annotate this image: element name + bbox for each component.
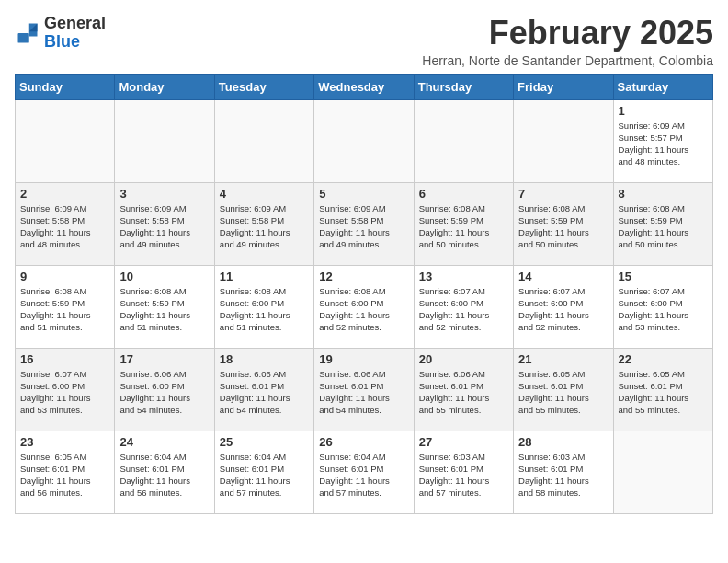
day-number: 27 bbox=[419, 435, 508, 449]
logo-general: General bbox=[44, 14, 106, 32]
day-info: Sunrise: 6:04 AM Sunset: 6:01 PM Dayligh… bbox=[220, 451, 309, 500]
day-number: 9 bbox=[20, 270, 109, 283]
day-info: Sunrise: 6:03 AM Sunset: 6:01 PM Dayligh… bbox=[518, 451, 608, 500]
weekday-header-sunday: Sunday bbox=[16, 74, 115, 99]
day-info: Sunrise: 6:06 AM Sunset: 6:00 PM Dayligh… bbox=[119, 368, 209, 417]
day-number: 24 bbox=[119, 435, 209, 449]
day-number: 3 bbox=[119, 187, 209, 201]
day-number: 28 bbox=[518, 435, 608, 449]
weekday-header-friday: Friday bbox=[514, 74, 613, 99]
day-number: 13 bbox=[419, 270, 508, 283]
calendar-cell bbox=[214, 99, 313, 182]
location-subtitle: Herran, Norte de Santander Department, C… bbox=[422, 53, 713, 68]
logo-text: General Blue bbox=[44, 15, 106, 52]
calendar-table: SundayMondayTuesdayWednesdayThursdayFrid… bbox=[15, 74, 713, 514]
day-info: Sunrise: 6:03 AM Sunset: 6:01 PM Dayligh… bbox=[419, 451, 508, 500]
calendar-week-3: 9Sunrise: 6:08 AM Sunset: 5:59 PM Daylig… bbox=[16, 265, 713, 348]
weekday-header-saturday: Saturday bbox=[613, 74, 712, 99]
day-info: Sunrise: 6:04 AM Sunset: 6:01 PM Dayligh… bbox=[119, 451, 209, 500]
calendar-cell bbox=[115, 99, 214, 182]
logo-blue: Blue bbox=[44, 32, 80, 51]
day-info: Sunrise: 6:06 AM Sunset: 6:01 PM Dayligh… bbox=[319, 368, 408, 417]
day-number: 19 bbox=[319, 352, 408, 366]
weekday-header-thursday: Thursday bbox=[414, 74, 513, 99]
day-info: Sunrise: 6:05 AM Sunset: 6:01 PM Dayligh… bbox=[20, 451, 109, 500]
calendar-cell: 2Sunrise: 6:09 AM Sunset: 5:58 PM Daylig… bbox=[16, 182, 115, 265]
day-info: Sunrise: 6:08 AM Sunset: 5:59 PM Dayligh… bbox=[619, 202, 708, 251]
day-number: 22 bbox=[619, 352, 708, 366]
day-number: 18 bbox=[220, 352, 309, 366]
calendar-cell: 10Sunrise: 6:08 AM Sunset: 5:59 PM Dayli… bbox=[115, 265, 214, 348]
day-number: 26 bbox=[319, 435, 408, 449]
page-header: General Blue February 2025 Herran, Norte… bbox=[15, 15, 713, 68]
calendar-cell bbox=[613, 431, 712, 513]
day-info: Sunrise: 6:08 AM Sunset: 5:59 PM Dayligh… bbox=[20, 285, 109, 334]
calendar-cell bbox=[514, 99, 613, 182]
day-info: Sunrise: 6:08 AM Sunset: 6:00 PM Dayligh… bbox=[220, 285, 309, 334]
calendar-cell: 13Sunrise: 6:07 AM Sunset: 6:00 PM Dayli… bbox=[414, 265, 513, 348]
day-number: 16 bbox=[20, 352, 109, 366]
day-number: 11 bbox=[220, 270, 309, 283]
calendar-cell: 1Sunrise: 6:09 AM Sunset: 5:57 PM Daylig… bbox=[613, 99, 712, 182]
logo: General Blue bbox=[15, 15, 106, 52]
day-info: Sunrise: 6:09 AM Sunset: 5:58 PM Dayligh… bbox=[119, 202, 209, 251]
month-year-title: February 2025 bbox=[422, 15, 713, 52]
day-info: Sunrise: 6:09 AM Sunset: 5:58 PM Dayligh… bbox=[220, 202, 309, 251]
calendar-cell: 23Sunrise: 6:05 AM Sunset: 6:01 PM Dayli… bbox=[16, 431, 115, 513]
calendar-cell: 6Sunrise: 6:08 AM Sunset: 5:59 PM Daylig… bbox=[414, 182, 513, 265]
day-info: Sunrise: 6:07 AM Sunset: 6:00 PM Dayligh… bbox=[619, 285, 708, 334]
day-info: Sunrise: 6:07 AM Sunset: 6:00 PM Dayligh… bbox=[518, 285, 608, 334]
day-info: Sunrise: 6:07 AM Sunset: 6:00 PM Dayligh… bbox=[419, 285, 508, 334]
logo-icon bbox=[15, 20, 40, 46]
day-number: 12 bbox=[319, 270, 408, 283]
calendar-cell: 28Sunrise: 6:03 AM Sunset: 6:01 PM Dayli… bbox=[514, 431, 613, 513]
calendar-cell: 5Sunrise: 6:09 AM Sunset: 5:58 PM Daylig… bbox=[314, 182, 414, 265]
calendar-cell: 20Sunrise: 6:06 AM Sunset: 6:01 PM Dayli… bbox=[414, 348, 513, 431]
day-number: 21 bbox=[518, 352, 608, 366]
calendar-cell: 24Sunrise: 6:04 AM Sunset: 6:01 PM Dayli… bbox=[115, 431, 214, 513]
day-number: 7 bbox=[518, 187, 608, 201]
title-block: February 2025 Herran, Norte de Santander… bbox=[422, 15, 713, 68]
calendar-cell: 22Sunrise: 6:05 AM Sunset: 6:01 PM Dayli… bbox=[613, 348, 712, 431]
calendar-cell: 27Sunrise: 6:03 AM Sunset: 6:01 PM Dayli… bbox=[414, 431, 513, 513]
day-info: Sunrise: 6:09 AM Sunset: 5:57 PM Dayligh… bbox=[619, 120, 708, 168]
day-number: 2 bbox=[20, 187, 109, 201]
day-number: 5 bbox=[319, 187, 408, 201]
calendar-cell: 4Sunrise: 6:09 AM Sunset: 5:58 PM Daylig… bbox=[214, 182, 313, 265]
day-number: 10 bbox=[119, 270, 209, 283]
day-info: Sunrise: 6:05 AM Sunset: 6:01 PM Dayligh… bbox=[518, 368, 608, 417]
calendar-cell: 7Sunrise: 6:08 AM Sunset: 5:59 PM Daylig… bbox=[514, 182, 613, 265]
day-number: 20 bbox=[419, 352, 508, 366]
calendar-cell: 3Sunrise: 6:09 AM Sunset: 5:58 PM Daylig… bbox=[115, 182, 214, 265]
day-number: 23 bbox=[20, 435, 109, 449]
calendar-cell: 17Sunrise: 6:06 AM Sunset: 6:00 PM Dayli… bbox=[115, 348, 214, 431]
calendar-cell: 21Sunrise: 6:05 AM Sunset: 6:01 PM Dayli… bbox=[514, 348, 613, 431]
calendar-cell: 18Sunrise: 6:06 AM Sunset: 6:01 PM Dayli… bbox=[214, 348, 313, 431]
day-info: Sunrise: 6:09 AM Sunset: 5:58 PM Dayligh… bbox=[20, 202, 109, 251]
day-number: 25 bbox=[220, 435, 309, 449]
day-number: 8 bbox=[619, 187, 708, 201]
calendar-cell: 19Sunrise: 6:06 AM Sunset: 6:01 PM Dayli… bbox=[314, 348, 414, 431]
calendar-cell bbox=[314, 99, 414, 182]
day-info: Sunrise: 6:08 AM Sunset: 5:59 PM Dayligh… bbox=[518, 202, 608, 251]
day-info: Sunrise: 6:08 AM Sunset: 6:00 PM Dayligh… bbox=[319, 285, 408, 334]
calendar-cell: 15Sunrise: 6:07 AM Sunset: 6:00 PM Dayli… bbox=[613, 265, 712, 348]
day-info: Sunrise: 6:07 AM Sunset: 6:00 PM Dayligh… bbox=[20, 368, 109, 417]
day-info: Sunrise: 6:06 AM Sunset: 6:01 PM Dayligh… bbox=[419, 368, 508, 417]
calendar-week-5: 23Sunrise: 6:05 AM Sunset: 6:01 PM Dayli… bbox=[16, 431, 713, 513]
calendar-cell: 16Sunrise: 6:07 AM Sunset: 6:00 PM Dayli… bbox=[16, 348, 115, 431]
calendar-week-4: 16Sunrise: 6:07 AM Sunset: 6:00 PM Dayli… bbox=[16, 348, 713, 431]
day-number: 6 bbox=[419, 187, 508, 201]
calendar-cell: 11Sunrise: 6:08 AM Sunset: 6:00 PM Dayli… bbox=[214, 265, 313, 348]
calendar-cell bbox=[16, 99, 115, 182]
calendar-cell: 25Sunrise: 6:04 AM Sunset: 6:01 PM Dayli… bbox=[214, 431, 313, 513]
weekday-header-tuesday: Tuesday bbox=[214, 74, 313, 99]
day-info: Sunrise: 6:08 AM Sunset: 5:59 PM Dayligh… bbox=[119, 285, 209, 334]
calendar-cell: 8Sunrise: 6:08 AM Sunset: 5:59 PM Daylig… bbox=[613, 182, 712, 265]
day-info: Sunrise: 6:04 AM Sunset: 6:01 PM Dayligh… bbox=[319, 451, 408, 500]
calendar-cell: 14Sunrise: 6:07 AM Sunset: 6:00 PM Dayli… bbox=[514, 265, 613, 348]
calendar-week-1: 1Sunrise: 6:09 AM Sunset: 5:57 PM Daylig… bbox=[16, 99, 713, 182]
weekday-header-wednesday: Wednesday bbox=[314, 74, 414, 99]
day-number: 15 bbox=[619, 270, 708, 283]
day-info: Sunrise: 6:06 AM Sunset: 6:01 PM Dayligh… bbox=[220, 368, 309, 417]
